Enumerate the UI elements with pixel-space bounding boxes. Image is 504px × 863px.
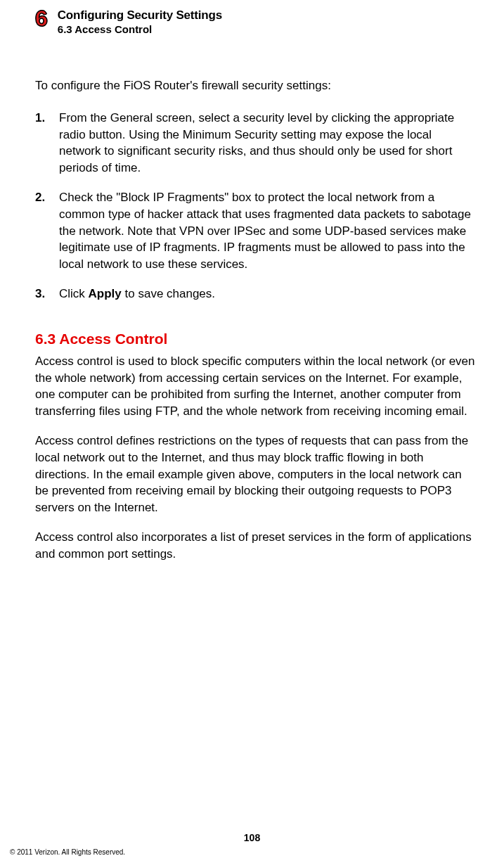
apply-keyword: Apply (89, 287, 122, 300)
intro-text: To configure the FiOS Router's firewall … (35, 77, 476, 94)
section-paragraph-1: Access control is used to block specific… (35, 353, 476, 420)
chapter-number: 6 (35, 7, 48, 30)
page-header: 6 Configuring Security Settings 6.3 Acce… (35, 7, 476, 35)
chapter-title: Configuring Security Settings (58, 8, 222, 23)
header-titles: Configuring Security Settings 6.3 Access… (58, 7, 222, 35)
section-heading: 6.3 Access Control (35, 331, 476, 347)
step-number: 1. (35, 110, 45, 127)
page-number: 108 (0, 832, 504, 843)
step-1: 1. From the General screen, select a sec… (56, 110, 476, 177)
steps-list: 1. From the General screen, select a sec… (35, 110, 476, 302)
step-text-prefix: Click (59, 287, 89, 300)
step-text: From the General screen, select a securi… (59, 111, 454, 174)
header-subsection: 6.3 Access Control (58, 23, 222, 35)
section-paragraph-3: Access control also incorporates a list … (35, 529, 476, 563)
step-number: 2. (35, 189, 45, 206)
step-3: 3. Click Apply to save changes. (56, 286, 476, 302)
step-2: 2. Check the "Block IP Fragments" box to… (56, 189, 476, 273)
step-text: Check the "Block IP Fragments" box to pr… (59, 191, 471, 271)
step-number: 3. (35, 286, 45, 302)
section-paragraph-2: Access control defines restrictions on t… (35, 433, 476, 516)
step-text-suffix: to save changes. (122, 287, 215, 300)
copyright-notice: © 2011 Verizon. All Rights Reserved. (10, 848, 125, 856)
